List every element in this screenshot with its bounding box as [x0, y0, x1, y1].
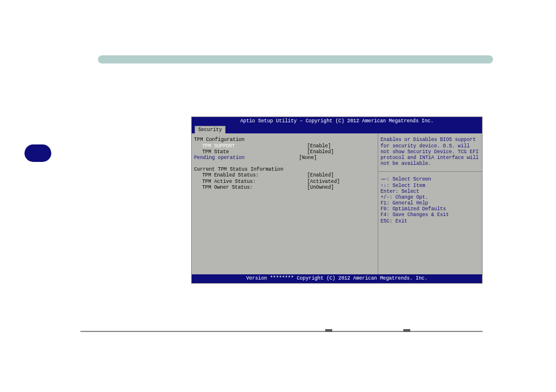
nav-f9: F9: Optimized Defaults — [381, 206, 480, 212]
bios-main-panel: TPM Configuration TPM SUPPORT[Enable] TP… — [192, 133, 378, 274]
nav-enter: Enter: Select — [381, 189, 480, 195]
status-title: Current TPM Status Information — [194, 167, 375, 172]
item-tpm-state[interactable]: TPM State — [194, 149, 307, 155]
nav-esc: ESC: Exit — [381, 218, 480, 224]
bios-help-panel: Enables or Disables BIOS support for sec… — [378, 133, 482, 274]
divider — [80, 331, 483, 332]
bios-title: Aptio Setup Utility – Copyright (C) 2012… — [192, 117, 482, 125]
nav-f1: F1: General Help — [381, 200, 480, 206]
value-tpm-state: [Enabled] — [307, 149, 334, 155]
item-tpm-support[interactable]: TPM SUPPORT — [194, 143, 307, 149]
value-active-status: [Activated] — [307, 179, 340, 185]
nav-select-item: ↑↓: Select Item — [381, 183, 480, 189]
tab-security[interactable]: Security — [195, 126, 226, 133]
divider-mark-2 — [403, 329, 410, 332]
rounded-bar — [98, 55, 493, 63]
value-pending-operation: [None] — [299, 155, 317, 161]
note-pill — [24, 144, 51, 162]
help-text: Enables or Disables BIOS support for sec… — [381, 137, 480, 167]
nav-f4: F4: Save Changes & Exit — [381, 212, 480, 218]
bios-tab-bar: Security — [192, 125, 482, 133]
bios-window: Aptio Setup Utility – Copyright (C) 2012… — [191, 116, 483, 284]
item-pending-operation[interactable]: Pending operation — [194, 155, 299, 161]
section-title: TPM Configuration — [194, 137, 375, 143]
help-divider — [378, 171, 482, 172]
value-enabled-status: [Enabled] — [307, 172, 334, 178]
bios-footer: Version ******** Copyright (C) 2012 Amer… — [192, 274, 482, 282]
label-owner-status: TPM Owner Status: — [194, 185, 307, 190]
divider-mark-1 — [325, 329, 332, 332]
nav-change-opt: +/-: Change Opt. — [381, 195, 480, 200]
label-enabled-status: TPM Enabled Status: — [194, 172, 307, 178]
label-active-status: TPM Active Status: — [194, 179, 307, 185]
value-owner-status: [UnOwned] — [307, 185, 334, 190]
nav-select-screen: →←: Select Screen — [381, 176, 480, 182]
value-tpm-support: [Enable] — [307, 143, 331, 149]
